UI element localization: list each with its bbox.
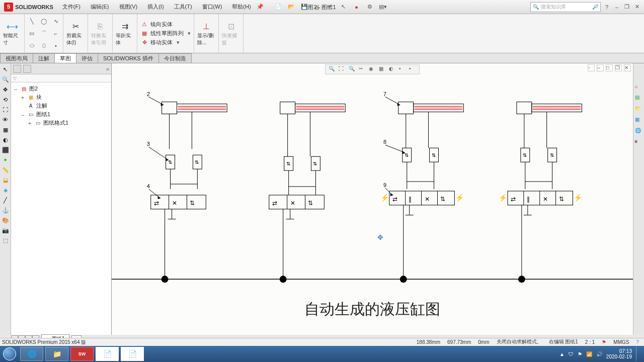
task-solidworks[interactable]: SW xyxy=(70,347,94,361)
start-button[interactable] xyxy=(0,346,19,362)
dim-tool-icon[interactable]: ⬓ xyxy=(2,176,10,184)
menu-window[interactable]: 窗口(W) xyxy=(197,3,227,11)
custom-props-icon[interactable]: ≡ xyxy=(635,139,643,147)
slot-icon[interactable]: ⬭ xyxy=(28,42,36,50)
pan-icon[interactable]: ✥ xyxy=(2,85,10,94)
line-icon[interactable]: ╲ xyxy=(28,18,36,26)
close-icon[interactable]: ✕ xyxy=(633,3,641,11)
menu-insert[interactable]: 插入(I) xyxy=(142,3,169,11)
display-style-icon[interactable]: ▦ xyxy=(379,66,386,73)
settings-dropdown-icon[interactable]: ▤▾ xyxy=(379,3,387,11)
pushpin-icon[interactable]: 📌 xyxy=(256,3,264,11)
rebuild-icon[interactable]: ● xyxy=(353,3,361,11)
display-style-icon[interactable]: ▦ xyxy=(2,126,10,134)
camera-icon[interactable]: 📷 xyxy=(2,226,10,234)
arc-icon[interactable]: ⌒ xyxy=(40,30,48,38)
tree-sheetformat[interactable]: +▭图纸格式1 xyxy=(13,119,109,127)
menu-file[interactable]: 文件(F) xyxy=(57,3,86,11)
tree-filter[interactable]: ▽ xyxy=(11,74,111,82)
dropdown-icon[interactable]: ▾ xyxy=(188,30,191,37)
measure-icon[interactable]: 📏 xyxy=(2,166,10,174)
hide-show-items-icon[interactable]: ◐ xyxy=(389,66,396,73)
axis-icon[interactable]: ╱ xyxy=(2,196,10,204)
spline-icon[interactable]: ∿ xyxy=(52,18,60,26)
edit-appearance-icon[interactable]: • xyxy=(399,66,406,73)
tray-clock[interactable]: 07:13 2020-02-19 xyxy=(606,348,632,359)
rect-icon[interactable]: ▭ xyxy=(28,30,36,38)
tab-sketch[interactable]: 草图 xyxy=(54,53,76,63)
file-explorer-icon[interactable]: 📁 xyxy=(635,106,643,114)
menu-view[interactable]: 视图(V) xyxy=(114,3,143,11)
status-flag-icon[interactable]: ⚑ xyxy=(602,339,606,345)
tab-annotate[interactable]: 注解 xyxy=(33,53,55,63)
zoom-fit-icon[interactable]: ⛶ xyxy=(2,106,10,114)
circle-icon[interactable]: ◯ xyxy=(40,18,48,26)
save-icon[interactable]: 💾 xyxy=(300,3,308,11)
drawing-canvas[interactable]: 🔍 ⛶ 🔍 ✂ ◉ ▦ ◐ • • ▫ – □ ❐ ✕ 2 3 xyxy=(112,63,633,335)
origin-icon[interactable]: ✦ xyxy=(2,156,10,164)
magnify-icon[interactable]: 🔍 xyxy=(2,75,10,83)
resources-icon[interactable]: ⌂ xyxy=(635,83,643,92)
section-view-icon[interactable]: ✂ xyxy=(359,66,366,73)
trim-button[interactable]: ✂ 剪裁实体(I) xyxy=(66,21,85,46)
point-icon[interactable]: • xyxy=(52,42,60,50)
task-app1[interactable]: 📄 xyxy=(96,347,119,361)
rotate-icon[interactable]: ⟲ xyxy=(2,96,10,104)
dropdown-icon[interactable]: ▾ xyxy=(177,39,180,46)
move-entities-button[interactable]: ✥移动实体▾ xyxy=(140,39,180,47)
tree-root[interactable]: –▤图2 xyxy=(13,84,109,93)
open-icon[interactable]: 📂 xyxy=(287,3,295,11)
tree-sheet1[interactable]: –▭图纸1 xyxy=(13,110,109,119)
view-palette-icon[interactable]: ▦ xyxy=(635,117,643,125)
restore-icon[interactable]: ❐ xyxy=(623,3,631,11)
prev-view-icon[interactable]: 🔍 xyxy=(349,66,356,73)
mirror-button[interactable]: ⚠镜向实体 xyxy=(140,21,173,29)
menu-tools[interactable]: 工具(T) xyxy=(169,3,197,11)
linear-pattern-button[interactable]: ▦线性草图阵列▾ xyxy=(140,30,191,38)
task-explorer[interactable]: 📁 xyxy=(45,347,68,361)
view-icon[interactable]: 👁 xyxy=(2,116,10,124)
design-library-icon[interactable]: ▤ xyxy=(635,95,643,103)
show-desktop[interactable] xyxy=(636,347,640,361)
select-tool-icon[interactable]: ↖ xyxy=(2,65,10,73)
status-help-icon[interactable]: ? xyxy=(636,339,639,345)
section-icon[interactable]: ⬛ xyxy=(2,146,10,154)
minimize-icon[interactable]: – xyxy=(613,3,621,11)
win-close-icon[interactable]: ✕ xyxy=(624,64,631,71)
smart-dimension-button[interactable]: ⟷ 智能尺寸 xyxy=(3,21,21,46)
new-icon[interactable]: 📄 xyxy=(274,3,282,11)
win-max-icon[interactable]: □ xyxy=(606,64,613,71)
status-units[interactable]: MMGS xyxy=(613,339,629,345)
appearance-icon[interactable]: 🎨 xyxy=(2,216,10,224)
tree-tab1-icon[interactable] xyxy=(13,65,21,73)
apply-scene-icon[interactable]: • xyxy=(409,66,416,73)
tray-safety-icon[interactable]: 🛡 xyxy=(569,351,574,357)
display-delete-button[interactable]: ⊥ 显示/删除... xyxy=(197,21,215,46)
win-restore-icon[interactable]: ❐ xyxy=(615,64,622,71)
menu-edit[interactable]: 编辑(E) xyxy=(86,3,114,11)
options-icon[interactable]: ⚙ xyxy=(366,3,374,11)
hide-show-icon[interactable]: ◐ xyxy=(2,136,10,144)
win-min-icon[interactable]: – xyxy=(597,64,604,71)
task-ie[interactable]: 🌐 xyxy=(20,347,43,361)
tab-viewlayout[interactable]: 视图布局 xyxy=(0,53,33,63)
zoom-area-icon[interactable]: ⛶ xyxy=(339,66,346,73)
coord-icon[interactable]: ⚓ xyxy=(2,206,10,214)
tree-blocks[interactable]: +▦块 xyxy=(13,93,109,102)
render-icon[interactable]: ⬚ xyxy=(2,236,10,244)
select-icon[interactable]: ↖ xyxy=(340,3,348,11)
tab-swaddins[interactable]: SOLIDWORKS 插件 xyxy=(98,53,159,63)
help-icon[interactable]: ? xyxy=(603,3,611,11)
tree-tab2-icon[interactable] xyxy=(23,65,31,73)
tray-up-icon[interactable]: ▲ xyxy=(559,351,565,357)
plane-icon[interactable]: ◈ xyxy=(2,186,10,194)
offset-button[interactable]: ⇉ 等距实体 xyxy=(116,21,134,46)
tab-evaluate[interactable]: 评估 xyxy=(76,53,98,63)
search-go-icon[interactable]: 🔎 xyxy=(592,4,598,10)
zoom-to-fit-icon[interactable]: 🔍 xyxy=(329,66,336,73)
tree-annotations[interactable]: A注解 xyxy=(13,102,109,110)
ellipse-icon[interactable]: ⬯ xyxy=(40,42,48,50)
menu-help[interactable]: 帮助(H) xyxy=(227,3,256,11)
tray-action-icon[interactable]: ⚑ xyxy=(578,351,582,357)
fillet-icon[interactable]: ⌐ xyxy=(52,30,60,38)
